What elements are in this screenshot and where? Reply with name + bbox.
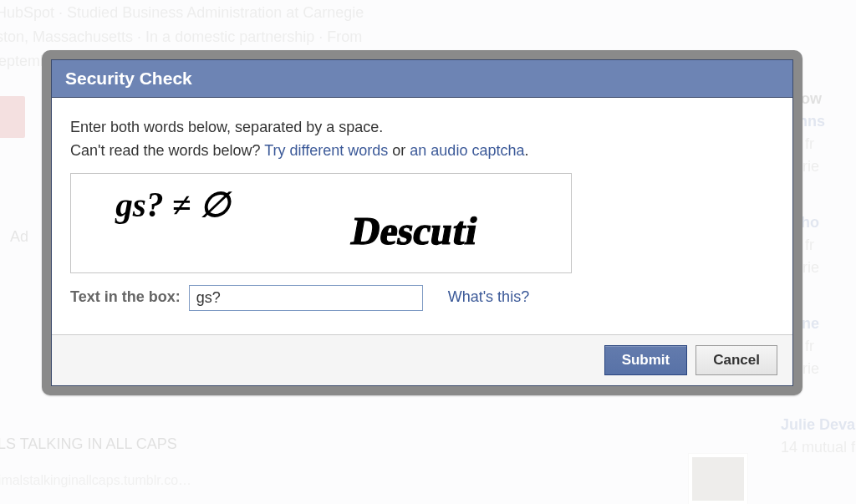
captcha-image: gs? ≠ ∅ Descuti: [70, 173, 572, 273]
dialog-help-line: Can't read the words below? Try differen…: [70, 140, 774, 163]
dialog-footer: Submit Cancel: [52, 334, 792, 385]
svg-text:Descuti: Descuti: [349, 209, 481, 252]
captcha-input-label: Text in the box:: [70, 286, 181, 309]
dialog-instruction: Enter both words below, separated by a s…: [70, 116, 774, 140]
try-different-words-link[interactable]: Try different words: [264, 142, 388, 159]
submit-button[interactable]: Submit: [604, 345, 688, 375]
cancel-button[interactable]: Cancel: [696, 345, 777, 375]
captcha-input[interactable]: [189, 285, 423, 311]
security-check-dialog: Security Check Enter both words below, s…: [42, 50, 802, 395]
dialog-title: Security Check: [52, 60, 792, 98]
svg-text:gs? ≠ ∅: gs? ≠ ∅: [115, 186, 232, 224]
whats-this-link[interactable]: What's this?: [448, 286, 529, 309]
audio-captcha-link[interactable]: an audio captcha: [410, 142, 524, 159]
